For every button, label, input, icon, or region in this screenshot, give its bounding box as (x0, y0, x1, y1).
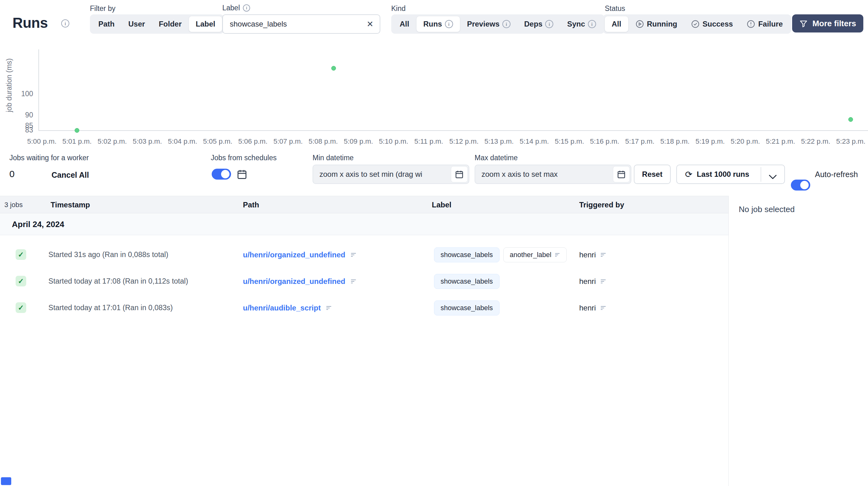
jobs-waiting-label: Jobs waiting for a worker (9, 154, 89, 162)
jobs-waiting-count: 0 (9, 169, 15, 179)
max-datetime-input[interactable] (474, 164, 631, 184)
data-point[interactable] (331, 66, 336, 70)
row-timestamp: Started today at 17:08 (Ran in 0,112s to… (49, 268, 188, 295)
table-row[interactable]: ✓ Started today at 17:08 (Ran in 0,112s … (0, 268, 728, 295)
x-tick-label: 5:12 p.m. (446, 138, 482, 146)
reset-button[interactable]: Reset (634, 164, 671, 184)
max-datetime-label: Max datetime (474, 154, 518, 162)
last-runs-label: Last 1000 runs (696, 170, 749, 179)
more-filters-button[interactable]: More filters (792, 14, 863, 32)
chevron-down-icon[interactable] (769, 173, 777, 181)
filter-tab-path[interactable]: Path (91, 16, 121, 32)
label-chip[interactable]: showcase_labels (434, 247, 500, 262)
table-row[interactable]: ✓ Started today at 17:01 (Ran in 0,083s)… (0, 295, 728, 321)
label-field-label: Label i (222, 4, 250, 12)
kind-segmented-control: All Runs i Previews i Deps i Sync i (391, 14, 604, 34)
row-path-link[interactable]: u/henri/organized_undefined (243, 250, 345, 259)
label-chip[interactable]: another_label (503, 247, 567, 262)
x-tick-label: 5:03 p.m. (129, 138, 165, 146)
x-tick-label: 5:05 p.m. (199, 138, 236, 146)
x-tick-label: 5:21 p.m. (763, 138, 799, 146)
status-label: Status (605, 4, 625, 13)
status-tab-success-label: Success (703, 20, 733, 28)
more-filters-label: More filters (812, 19, 856, 28)
cancel-all-button[interactable]: Cancel All (52, 171, 89, 180)
row-timestamp: Started 31s ago (Ran in 0,088s total) (49, 241, 168, 268)
kind-tab-runs[interactable]: Runs i (416, 16, 460, 32)
label-info-icon[interactable]: i (243, 4, 250, 11)
kind-tab-deps-label: Deps (524, 20, 542, 28)
clear-label-icon[interactable]: ✕ (367, 19, 373, 29)
triggered-by-user: henri (579, 304, 596, 312)
runs-kind-info-icon[interactable]: i (445, 20, 453, 28)
x-tick-label: 5:18 p.m. (657, 138, 693, 146)
triggered-by-user: henri (579, 250, 596, 259)
deps-info-icon[interactable]: i (545, 20, 553, 28)
kind-tab-previews[interactable]: Previews i (460, 16, 517, 32)
calendar-icon (455, 170, 464, 179)
filter-by-user-icon[interactable] (600, 278, 606, 284)
filter-by-path-icon[interactable] (326, 305, 332, 311)
kind-tab-deps[interactable]: Deps i (517, 16, 560, 32)
min-datetime-calendar-button[interactable] (451, 166, 468, 182)
data-point[interactable] (74, 128, 79, 133)
x-tick-label: 5:07 p.m. (270, 138, 306, 146)
label-filter-input[interactable] (222, 14, 380, 34)
x-tick-label: 5:19 p.m. (692, 138, 728, 146)
sync-info-icon[interactable]: i (588, 20, 596, 28)
filter-by-label-icon[interactable] (555, 252, 560, 258)
x-tick-label: 5:01 p.m. (59, 138, 95, 146)
status-tab-all[interactable]: All (604, 16, 628, 32)
last-runs-button[interactable]: ⟳ Last 1000 runs (676, 164, 785, 184)
jobs-count: 3 jobs (4, 196, 23, 214)
funnel-icon (799, 19, 808, 28)
filter-tab-folder[interactable]: Folder (152, 16, 188, 32)
x-tick-label: 5:04 p.m. (164, 138, 201, 146)
x-tick-label: 5:14 p.m. (516, 138, 552, 146)
previews-info-icon[interactable]: i (502, 20, 510, 28)
filter-tab-user[interactable]: User (121, 16, 152, 32)
filter-by-user-icon[interactable] (600, 305, 606, 311)
page-title: Runs (12, 14, 48, 31)
date-group-row: April 24, 2024 (0, 213, 728, 235)
success-check-icon: ✓ (16, 249, 26, 260)
check-circle-icon (691, 20, 700, 28)
kind-tab-all[interactable]: All (393, 16, 416, 32)
x-tick-label: 5:17 p.m. (622, 138, 658, 146)
auto-refresh-toggle[interactable] (791, 180, 810, 190)
x-tick-label: 5:23 p.m. (833, 138, 868, 146)
min-datetime-input[interactable] (313, 164, 469, 184)
x-tick-label: 5:20 p.m. (727, 138, 764, 146)
status-tab-success[interactable]: Success (684, 16, 740, 32)
play-circle-icon (636, 20, 644, 28)
x-tick-label: 5:02 p.m. (94, 138, 130, 146)
row-path-link[interactable]: u/henri/audible_script (243, 304, 321, 312)
row-path-link[interactable]: u/henri/organized_undefined (243, 277, 345, 286)
runs-info-icon[interactable]: i (61, 19, 69, 28)
label-chip[interactable]: showcase_labels (434, 274, 500, 289)
kind-tab-previews-label: Previews (467, 20, 500, 28)
row-timestamp: Started today at 17:01 (Ran in 0,083s) (49, 295, 173, 321)
calendar-icon[interactable] (236, 169, 248, 180)
max-datetime-calendar-button[interactable] (613, 166, 630, 182)
column-header-triggered-by: Triggered by (579, 196, 624, 214)
filter-by-path-icon[interactable] (350, 278, 356, 284)
x-tick-label: 5:11 p.m. (411, 138, 447, 146)
data-point[interactable] (848, 117, 853, 122)
x-tick-label: 5:13 p.m. (481, 138, 517, 146)
filter-tab-label[interactable]: Label (189, 16, 223, 32)
table-row[interactable]: ✓ Started 31s ago (Ran in 0,088s total) … (0, 241, 728, 268)
schedules-toggle[interactable] (212, 169, 231, 180)
kind-tab-sync-label: Sync (567, 20, 585, 28)
filter-by-path-icon[interactable] (350, 252, 356, 258)
label-chip[interactable]: showcase_labels (434, 301, 500, 315)
status-tab-failure[interactable]: Failure (740, 16, 789, 32)
status-tab-running-label: Running (647, 20, 677, 28)
status-tab-running[interactable]: Running (628, 16, 684, 32)
filter-by-user-icon[interactable] (600, 252, 606, 258)
y-axis-line (38, 49, 39, 130)
kind-tab-sync[interactable]: Sync i (560, 16, 602, 32)
job-detail-panel: No job selected (728, 196, 868, 486)
filter-by-segmented-control: Path User Folder Label (90, 14, 224, 34)
alert-circle-icon (747, 20, 755, 28)
